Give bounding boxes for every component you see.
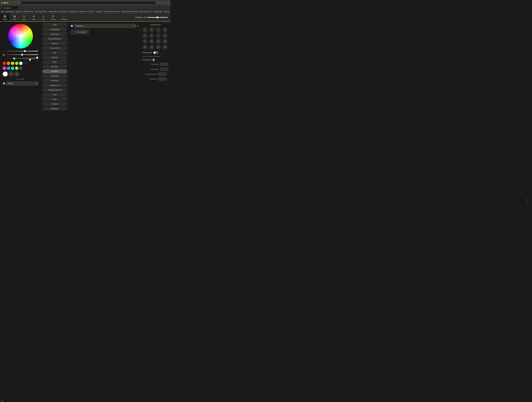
bookmark-openscad[interactable]: OpenSCAD CheatSheet (121, 11, 138, 12)
effect-fade[interactable]: Fade (42, 60, 67, 64)
add-segment-button[interactable]: ＋ + Add segment (71, 30, 89, 34)
slot-btn-6[interactable]: 6 (149, 33, 154, 38)
swatch-white2[interactable] (19, 62, 22, 65)
effect-dynamic[interactable]: Dynamic (42, 55, 67, 59)
slot-btn-13[interactable]: 13 (143, 45, 147, 50)
swatch-pink[interactable] (3, 67, 6, 70)
blue-slider[interactable] (3, 59, 38, 60)
effect-fill-noise[interactable]: Fill Noise (42, 65, 67, 69)
tab-timer[interactable]: ◑ Timer (10, 13, 19, 21)
saving-mode-toggle[interactable] (153, 51, 159, 54)
slot-btn-9[interactable]: 9 (143, 39, 147, 44)
bookmark-asdav[interactable]: AS DAV (89, 11, 94, 12)
swatch-blue[interactable] (7, 67, 10, 70)
palette-dropdown[interactable]: Default (6, 82, 38, 86)
swatch-teal[interactable] (11, 67, 14, 70)
effect-drip[interactable]: Drip (42, 51, 67, 55)
back-button[interactable]: ⬡ (10, 1, 13, 4)
info-icon[interactable]: ⓘ (159, 1, 161, 4)
tab-sync[interactable]: ↻ Sync (19, 13, 29, 21)
slot-btn-15[interactable]: 15 (156, 45, 161, 50)
bookmark-dealextreme[interactable]: DealeXtreme (69, 11, 78, 12)
brightness-slider[interactable] (147, 17, 168, 18)
bookmark-describing[interactable]: Describing Words (35, 11, 47, 12)
bookmark-gear[interactable]: Gear template generator (103, 11, 120, 12)
transition-input[interactable]: 0.7 (158, 77, 166, 81)
tab-grid-button[interactable]: ⊞ (17, 1, 20, 4)
slot-btn-5[interactable]: 5 (143, 33, 147, 38)
effect-solid[interactable]: Solid (42, 23, 67, 27)
effect-colorwaves[interactable]: Colorwaves (42, 32, 67, 36)
effect-fire-flicker[interactable]: Fire Flicker (42, 74, 67, 78)
new-tab-icon[interactable]: ＋ (165, 1, 166, 4)
time-per-preset-input[interactable]: 60 (158, 72, 166, 76)
slot-btn-16[interactable]: 16 (163, 45, 167, 50)
swatch-yellow[interactable] (11, 62, 14, 65)
color-slot-2[interactable]: 2 (8, 71, 13, 76)
swatch-lime[interactable] (15, 67, 18, 70)
swatch-random[interactable]: R (19, 67, 22, 70)
segment-expand-button[interactable]: ▾ (137, 25, 138, 27)
slot-btn-3[interactable]: 3 (156, 27, 161, 32)
tabs-icon[interactable]: ⧉ (168, 1, 169, 4)
bookmark-related[interactable]: Related Words (23, 11, 33, 12)
effect-fireworks-starburst[interactable]: Fireworks Starburst (42, 88, 67, 92)
effect-gradient[interactable]: Gradient (42, 102, 67, 106)
color-slot-1[interactable] (3, 71, 8, 76)
swatch-black[interactable] (23, 62, 27, 65)
tab-info[interactable]: ℹ Info (38, 13, 48, 21)
swatch-red[interactable] (3, 62, 6, 65)
effect-flow[interactable]: Flow (42, 93, 67, 97)
effect-colortwinkles[interactable]: Colortwinkles (42, 27, 67, 31)
refresh-icon[interactable]: ↻ (157, 1, 158, 4)
effect-dissolve-rnd[interactable]: Dissolve Rnd (42, 46, 67, 50)
slot-btn-11[interactable]: 11 (156, 39, 161, 44)
slot-btn-7[interactable]: 7 (156, 33, 161, 38)
color-wheel[interactable] (8, 24, 33, 49)
brightness-gear-icon[interactable]: ⚙ (144, 16, 146, 19)
effect-glitter[interactable]: Glitter (42, 97, 67, 101)
apps-icon[interactable]: ⊞ (2, 10, 3, 13)
address-bar[interactable]: 192.168.25.164 (21, 1, 156, 4)
slot-btn-10[interactable]: 10 (149, 39, 154, 44)
active-tab[interactable]: 🔆 WLED (2, 6, 18, 10)
effect-halloween[interactable]: Halloween (42, 107, 67, 111)
tab-pcmode[interactable]: ☺ PC Mode (58, 13, 70, 21)
maximize-button[interactable] (6, 2, 8, 4)
speed-slider[interactable] (6, 54, 38, 55)
effect-fire-2012[interactable]: Fire 2012 (42, 69, 67, 73)
segment-checkbox[interactable] (71, 25, 73, 27)
bookmark-flightradar[interactable]: Flightradar24....light tracker! (49, 11, 67, 12)
effect-fireworks-1d[interactable]: Fireworks 1D (42, 83, 67, 88)
slot-btn-1[interactable]: 1 (143, 27, 147, 32)
segment-dropdown[interactable]: Segment 0 (74, 24, 136, 28)
slot-btn-2[interactable]: 2 (149, 27, 154, 32)
bookmark-boxes[interactable]: Boxes.py (16, 11, 22, 12)
slot-btn-4[interactable]: 4 (163, 27, 167, 32)
bookmark-sandiego[interactable]: San Diego Events (139, 11, 152, 12)
effect-dissolve[interactable]: Dissolve (42, 41, 67, 45)
bookmark-craigslist[interactable]: craigslist (96, 11, 102, 12)
bookmark-googlemaps[interactable]: Google Maps (153, 11, 162, 12)
bookmark-prusa[interactable]: Prusa i3 MK3 (5, 11, 14, 12)
tab-config[interactable]: ⚙ Config (48, 13, 58, 21)
share-icon[interactable]: ⬆ (162, 1, 164, 4)
swatch-orange[interactable] (7, 62, 10, 65)
swatch-green[interactable] (15, 62, 18, 65)
slot-btn-12[interactable]: 12 (163, 39, 167, 44)
slot-btn-8[interactable]: 8 (163, 33, 167, 38)
minimize-button[interactable] (4, 2, 6, 4)
color-slot-3[interactable]: 3 (14, 71, 19, 76)
last-preset-input[interactable]: 16 (160, 68, 168, 71)
preset-cycle-checkbox[interactable] (152, 59, 155, 61)
bookmark-youtube[interactable]: YouTube (164, 11, 170, 12)
close-button[interactable] (2, 2, 3, 4)
forward-button[interactable]: ⬡ (14, 1, 16, 4)
tab-peek[interactable]: ★ Peek (29, 13, 38, 21)
effect-fireworks[interactable]: Fireworks (42, 79, 67, 83)
effect-dancing-shadows[interactable]: Dancing Shadows (42, 37, 67, 41)
tab-power[interactable]: ⏻ Power (0, 13, 10, 21)
bookmark-makercase[interactable]: MakerCase (79, 11, 87, 12)
brightness-effect-slider[interactable] (5, 51, 38, 51)
first-preset-input[interactable]: 1 (160, 63, 168, 66)
